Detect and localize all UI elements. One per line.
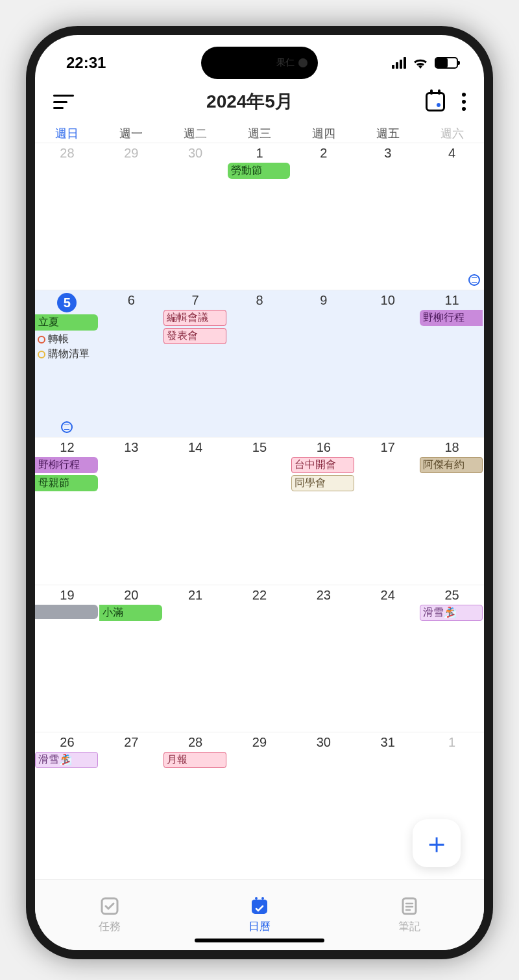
day-cell[interactable]: 26滑雪🏂 xyxy=(35,732,99,879)
calendar-event[interactable]: 野柳行程 xyxy=(420,310,483,326)
day-number: 16 xyxy=(291,440,356,455)
day-number: 1 xyxy=(420,735,484,750)
day-cell[interactable]: 29 xyxy=(228,732,292,879)
home-indicator[interactable] xyxy=(195,939,324,942)
day-cell[interactable]: 21 xyxy=(163,585,228,732)
island-dot xyxy=(298,58,308,67)
note-indicator-icon[interactable] xyxy=(61,421,73,433)
week-row: 19 20小滿2122232425滑雪🏂 xyxy=(35,585,484,732)
menu-icon[interactable] xyxy=(53,95,74,109)
calendar-today-icon[interactable] xyxy=(426,92,445,111)
calendar-event[interactable]: 母親節 xyxy=(35,475,98,491)
day-number: 3 xyxy=(356,146,420,161)
day-cell[interactable]: 3 xyxy=(356,143,420,290)
calendar-event[interactable]: 滑雪🏂 xyxy=(35,752,98,768)
calendar-event[interactable]: 立夏 xyxy=(35,314,98,331)
calendar-icon xyxy=(249,896,270,916)
day-cell[interactable]: 30 xyxy=(163,143,228,290)
calendar-event[interactable]: 勞動節 xyxy=(228,163,291,179)
task-item[interactable]: 購物清單 xyxy=(35,347,99,362)
nav-notes-label: 筆記 xyxy=(398,919,420,934)
calendar-event[interactable]: 滑雪🏂 xyxy=(420,605,483,621)
day-number: 7 xyxy=(163,293,228,308)
day-cell[interactable]: 18阿傑有約 xyxy=(420,438,484,584)
day-cell[interactable]: 19 xyxy=(35,585,99,732)
day-number: 25 xyxy=(420,588,484,603)
day-number: 22 xyxy=(228,588,292,603)
day-cell[interactable]: 24 xyxy=(356,585,420,732)
calendar-event[interactable] xyxy=(35,605,98,619)
day-cell[interactable]: 20小滿 xyxy=(99,585,163,732)
day-cell[interactable]: 22 xyxy=(228,585,292,732)
app-header: 2024年5月 xyxy=(35,79,484,123)
weekday-label: 週二 xyxy=(163,126,228,141)
nav-tasks[interactable]: 任務 xyxy=(35,880,185,950)
calendar-event[interactable]: 台中開會 xyxy=(291,457,354,473)
day-number: 5 xyxy=(35,293,99,312)
calendar-event[interactable]: 同學會 xyxy=(291,475,354,491)
cellular-icon xyxy=(392,57,406,69)
day-cell[interactable]: 23 xyxy=(291,585,356,732)
day-number: 9 xyxy=(291,293,356,308)
calendar-event[interactable]: 月報 xyxy=(163,752,226,768)
day-number: 20 xyxy=(99,588,163,603)
day-cell[interactable]: 14 xyxy=(163,438,228,584)
dynamic-island: 果仁 xyxy=(201,47,318,79)
weeks-container: 2829301勞動節2345立夏轉帳購物清單67編輯會議發表會891011野柳行… xyxy=(35,143,484,879)
calendar-event[interactable]: 野柳行程 xyxy=(35,457,98,473)
day-cell[interactable]: 2 xyxy=(291,143,356,290)
day-cell[interactable]: 8 xyxy=(228,290,292,437)
task-item[interactable]: 轉帳 xyxy=(35,332,99,347)
day-number: 4 xyxy=(420,146,484,161)
day-number: 27 xyxy=(99,735,163,750)
day-cell[interactable]: 12野柳行程母親節 xyxy=(35,438,99,584)
week-row: 5立夏轉帳購物清單67編輯會議發表會891011野柳行程 xyxy=(35,290,484,437)
day-cell[interactable]: 16台中開會同學會 xyxy=(291,438,356,584)
calendar-event[interactable]: 發表會 xyxy=(163,328,226,344)
day-cell[interactable]: 6 xyxy=(99,290,163,437)
day-number: 28 xyxy=(163,735,228,750)
svg-point-4 xyxy=(261,897,264,900)
day-cell[interactable]: 1勞動節 xyxy=(228,143,292,290)
day-cell[interactable]: 7編輯會議發表會 xyxy=(163,290,228,437)
calendar-grid: 週日週一週二週三週四週五週六 2829301勞動節2345立夏轉帳購物清單67編… xyxy=(35,123,484,879)
day-cell[interactable]: 28 xyxy=(35,143,99,290)
status-time: 22:31 xyxy=(66,54,106,72)
add-button[interactable]: ＋ xyxy=(413,819,461,867)
nav-notes[interactable]: 筆記 xyxy=(334,880,484,950)
day-cell[interactable]: 29 xyxy=(99,143,163,290)
day-number: 30 xyxy=(163,146,228,161)
bullet-icon xyxy=(38,351,45,358)
day-cell[interactable]: 17 xyxy=(356,438,420,584)
day-cell[interactable]: 30 xyxy=(291,732,356,879)
day-number: 31 xyxy=(356,735,420,750)
wifi-icon xyxy=(413,57,428,69)
day-cell[interactable]: 15 xyxy=(228,438,292,584)
day-cell[interactable]: 31 xyxy=(356,732,420,879)
day-number: 24 xyxy=(356,588,420,603)
svg-point-3 xyxy=(255,897,258,900)
svg-rect-2 xyxy=(252,900,267,905)
day-cell[interactable]: 25滑雪🏂 xyxy=(420,585,484,732)
day-cell[interactable]: 27 xyxy=(99,732,163,879)
more-icon[interactable] xyxy=(462,93,466,111)
weekday-label: 週日 xyxy=(35,126,99,141)
day-number: 14 xyxy=(163,440,228,455)
weekday-label: 週四 xyxy=(291,126,356,141)
day-number: 30 xyxy=(291,735,356,750)
day-cell[interactable]: 10 xyxy=(356,290,420,437)
day-number: 18 xyxy=(420,440,484,455)
calendar-event[interactable]: 小滿 xyxy=(99,605,162,621)
day-cell[interactable]: 5立夏轉帳購物清單 xyxy=(35,290,99,437)
day-cell[interactable]: 28月報 xyxy=(163,732,228,879)
day-number: 10 xyxy=(356,293,420,308)
calendar-event[interactable]: 編輯會議 xyxy=(163,310,226,326)
day-cell[interactable]: 4 xyxy=(420,143,484,290)
calendar-event[interactable]: 阿傑有約 xyxy=(420,457,483,473)
day-number: 15 xyxy=(228,440,292,455)
day-cell[interactable]: 9 xyxy=(291,290,356,437)
day-cell[interactable]: 13 xyxy=(99,438,163,584)
day-cell[interactable]: 11野柳行程 xyxy=(420,290,484,437)
task-label: 購物清單 xyxy=(48,347,90,361)
day-number: 17 xyxy=(356,440,420,455)
